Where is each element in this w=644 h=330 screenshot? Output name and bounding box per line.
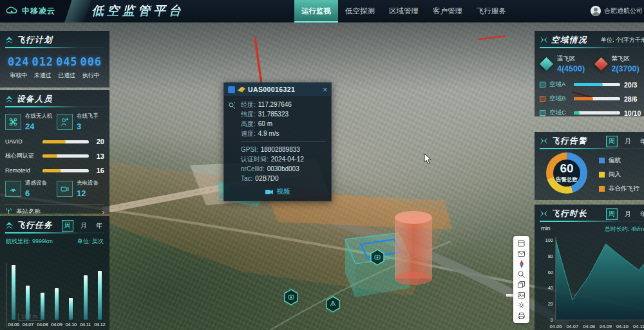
video-button[interactable]: 视频 [224, 185, 331, 201]
tab-year[interactable]: 年 [638, 209, 644, 219]
compass-icon[interactable] [516, 260, 527, 268]
flight-plan-stats: 024 审核中 012 未通过 045 已通过 006 执行中 [5, 48, 104, 80]
nav-item-flight-service[interactable]: 飞行服务 [469, 0, 513, 23]
avatar [591, 6, 601, 16]
stat-executing: 006 执行中 [79, 55, 104, 80]
panel-wing-icon [5, 36, 14, 44]
progress-fill [43, 154, 57, 158]
device-bar-core-auth: 核心网认证 13 [5, 152, 104, 160]
drone-icon [5, 114, 21, 130]
airspace-row-c: 空域C 10/10 [540, 109, 644, 116]
panel-wing-icon [5, 95, 14, 104]
nav-item-operation-monitor[interactable]: 运行监视 [294, 0, 338, 23]
info-row-tac: Tac:02B7D0 [241, 174, 326, 183]
panel-title: 飞行任务 [17, 220, 53, 231]
airspace-row-a: 空域A 20/3 [540, 80, 644, 89]
tab-week[interactable]: 周 [606, 136, 618, 147]
progress-track [574, 97, 620, 100]
total-duration: 总时长约: 4h/min [605, 225, 644, 234]
tab-week[interactable]: 周 [606, 208, 618, 220]
alert-cylinder[interactable] [395, 211, 432, 285]
route-mileage: 航线里程: 9999km [6, 237, 53, 246]
progress-fill [574, 111, 580, 115]
account-menu[interactable]: 合肥通航公司 [591, 6, 643, 16]
info-row-gpsi: GPSI:18802889833 [241, 145, 326, 154]
main-nav: 运行监视 低空探测 区域管理 客户管理 飞行服务 [294, 0, 513, 23]
panel-flight-plan: 飞行计划 024 审核中 012 未通过 045 已通过 006 执行中 [0, 31, 109, 87]
progress-track [574, 83, 620, 86]
progress-track [43, 154, 89, 158]
device-marker-hex[interactable] [371, 250, 384, 265]
panel-title: 空域情况 [551, 35, 587, 46]
map-toolbar [513, 236, 529, 323]
tab-week[interactable]: 周 [62, 220, 73, 232]
progress-fill [574, 97, 593, 100]
sensing-icon [5, 181, 21, 197]
zone-square-icon [540, 82, 545, 87]
frame-icon[interactable] [516, 239, 527, 248]
airspace-unit: 单位: 个(平方千米) [601, 36, 644, 44]
printer-icon[interactable] [516, 311, 527, 320]
device-marker-hex[interactable] [327, 297, 339, 312]
close-icon[interactable]: × [323, 86, 327, 93]
legend-yaw: 偏航 [599, 156, 639, 165]
svg-text:04.08: 04.08 [583, 324, 595, 329]
panel-x-icon [540, 137, 548, 145]
nav-item-customer-management[interactable]: 客户管理 [426, 0, 469, 23]
drone-id: UAS00016321 [248, 86, 295, 93]
stat-rejected: 012 未通过 [31, 55, 55, 80]
device-marker-hex[interactable] [285, 289, 298, 305]
panel-flight-tasks: 飞行任务 周 月 年 航线里程: 9999km 单位: 架次 04.0604.0… [0, 216, 109, 330]
popup-header: UAS00016321 × [224, 83, 331, 96]
fly-zone-diamond-icon [540, 57, 553, 71]
card-online-drones: 在线无人机 24 [5, 113, 53, 131]
svg-text:04.06: 04.06 [550, 324, 562, 329]
panel-title: 飞行告警 [551, 136, 587, 147]
layers-icon[interactable] [516, 280, 527, 289]
drone-badge-icon [228, 86, 235, 93]
panel-flight-alerts: 飞行告警 周 月 年 60 告警总数 偏航 闯入 [535, 132, 644, 200]
legend-swatch [599, 172, 605, 178]
alerts-donut-chart: 60 告警总数 [546, 152, 587, 194]
tab-month[interactable]: 月 [79, 221, 89, 231]
gold-plane-icon [238, 87, 245, 93]
y-axis-unit: min [541, 225, 551, 234]
nav-item-area-management[interactable]: 区域管理 [382, 0, 426, 23]
zone-no-fly: 禁飞区 2(3700) [594, 55, 644, 73]
stat-approved: 045 已通过 [55, 55, 79, 80]
search-icon[interactable] [516, 270, 527, 279]
tab-month[interactable]: 月 [623, 136, 633, 147]
svg-text:04.09: 04.09 [600, 324, 612, 329]
legend-swatch [599, 186, 605, 192]
image-icon[interactable] [516, 291, 527, 299]
app: 100 m 中移凌云 低空监管平台 运行监视 低空探测 区域管理 客户管理 飞行… [0, 0, 644, 330]
legend-noncooperative: 非合作飞行 [599, 185, 639, 193]
nav-item-low-altitude-detect[interactable]: 低空探测 [338, 0, 382, 23]
progress-fill [43, 169, 61, 172]
envelope-icon[interactable] [516, 250, 527, 258]
panel-airspace: 空域情况 单位: 个(平方千米) 适飞区 4(4500) 禁飞区 2(3700) [535, 31, 644, 116]
divider [241, 142, 326, 142]
video-camera-icon [265, 189, 274, 195]
svg-text:04.10: 04.10 [616, 324, 629, 329]
svg-text:04.07: 04.07 [566, 324, 578, 329]
tab-year[interactable]: 年 [638, 136, 644, 147]
gear-icon[interactable] [516, 301, 527, 309]
period-tabs: 周 月 年 [606, 136, 644, 147]
info-row-altitude: 高度:60 m [241, 119, 326, 129]
tab-month[interactable]: 月 [623, 209, 633, 219]
zone-suitable-fly: 适飞区 4(4500) [540, 55, 594, 73]
panel-flight-duration: 飞行时长 周 月 年 min 总时长约: 4h/min 020406080100… [535, 205, 644, 330]
panel-title: 飞行时长 [551, 208, 587, 219]
svg-text:100: 100 [545, 237, 553, 243]
card-online-pilots: 在线飞手 3 [57, 113, 104, 131]
logo: 中移凌云 [0, 0, 71, 23]
panel-wing-icon [5, 221, 14, 230]
period-tabs: 周 月 年 [62, 220, 104, 232]
tab-year[interactable]: 年 [94, 221, 104, 231]
unit-label: 单位: 架次 [77, 237, 104, 246]
panel-title: 飞行计划 [17, 35, 53, 46]
link-base-station[interactable]: 基站名称 › [5, 204, 104, 214]
zone-square-icon [540, 96, 545, 102]
track-target-icon[interactable] [228, 100, 236, 112]
